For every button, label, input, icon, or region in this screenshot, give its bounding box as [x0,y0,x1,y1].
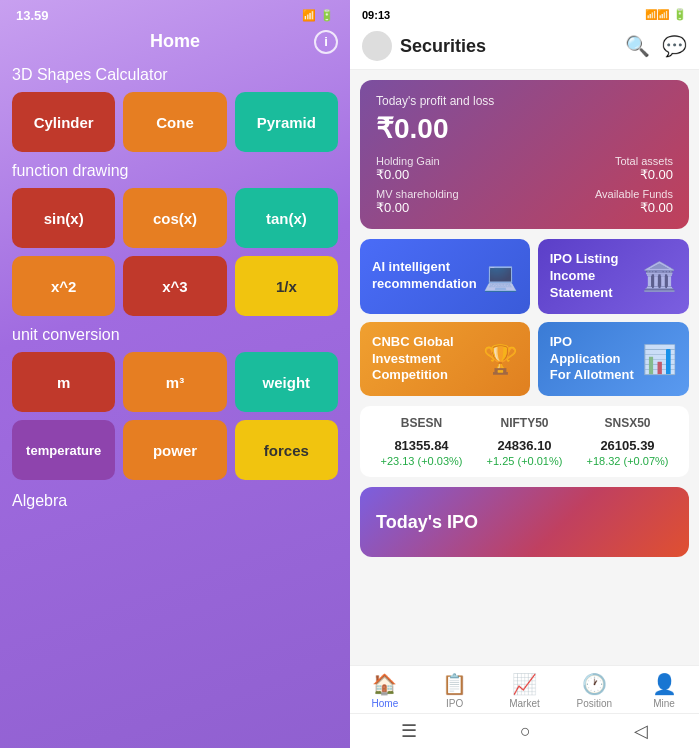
ipo-listing-card[interactable]: IPO Listing Income Statement 🏛️ [538,239,689,314]
profit-label: Today's profit and loss [376,94,673,108]
section-function-label: function drawing [12,162,338,180]
sinx-button[interactable]: sin(x) [12,188,115,248]
right-time: 09:13 [362,9,390,21]
market-value-1: 24836.10 [473,436,576,455]
right-battery-icon: 🔋 [673,8,687,21]
info-icon[interactable]: i [314,30,338,54]
left-status-bar: 13.59 📶 🔋 [12,0,338,27]
m-button[interactable]: m [12,352,115,412]
holding-gain-label: Holding Gain [376,155,522,167]
header-left: Securities [362,31,486,61]
available-value: ₹0.00 [528,200,674,215]
mv-label: MV shareholding [376,188,522,200]
total-assets-label: Total assets [528,155,674,167]
market-nav-label: Market [509,698,540,709]
right-phone: 09:13 📶📶 🔋 Securities 🔍 💬 Today's profit… [350,0,699,748]
left-header-title: Home [150,31,200,52]
home-nav-label: Home [372,698,399,709]
market-value-0: 81355.84 [370,436,473,455]
profit-card: Today's profit and loss ₹0.00 Holding Ga… [360,80,689,229]
section-3d-grid: Cylinder Cone Pyramid [12,92,338,152]
left-header: Home i [12,27,338,60]
holding-gain-value: ₹0.00 [376,167,522,182]
algebra-label: Algebra [12,492,338,510]
market-value-2: 26105.39 [576,436,679,455]
market-change-1: +1.25 (+0.01%) [473,455,576,467]
header-action-icons: 🔍 💬 [625,34,687,58]
nav-home[interactable]: 🏠 Home [350,672,420,709]
available-block: Available Funds ₹0.00 [528,188,674,215]
home-nav-icon: 🏠 [372,672,397,696]
position-nav-icon: 🕐 [582,672,607,696]
market-table: BSESN NIFTY50 SNSX50 81355.84 24836.10 2… [360,406,689,477]
section-unit-grid: m m³ weight temperature power forces [12,352,338,480]
back-android-icon[interactable]: ◁ [634,720,648,742]
section-unit-label: unit conversion [12,326,338,344]
ipo-title: Today's IPO [376,512,478,533]
ipo-allotment-icon: 📊 [642,343,677,376]
right-header: Securities 🔍 💬 [350,25,699,70]
home-android-icon[interactable]: ○ [520,721,531,742]
cone-button[interactable]: Cone [123,92,226,152]
ipo-allotment-text: IPO Application For Allotment [550,334,636,385]
bottom-nav: 🏠 Home 📋 IPO 📈 Market 🕐 Position 👤 Mine [350,665,699,713]
1x-button[interactable]: 1/x [235,256,338,316]
ai-recommendation-card[interactable]: AI intelligent recommendation 💻 [360,239,530,314]
ipo-card[interactable]: Today's IPO [360,487,689,557]
search-icon[interactable]: 🔍 [625,34,650,58]
android-nav-bar: ☰ ○ ◁ [350,713,699,748]
weight-button[interactable]: weight [235,352,338,412]
battery-icon: 🔋 [320,9,334,22]
market-change-0: +23.13 (+0.03%) [370,455,473,467]
forces-button[interactable]: forces [235,420,338,480]
cnbc-card[interactable]: CNBC Global Investment Competition 🏆 [360,322,530,397]
market-header-row: BSESN NIFTY50 SNSX50 [370,416,679,436]
section-3d-label: 3D Shapes Calculator [12,66,338,84]
nav-position[interactable]: 🕐 Position [559,672,629,709]
menu-android-icon[interactable]: ☰ [401,720,417,742]
wifi-icon: 📶 [302,9,316,22]
holding-gain-block: Holding Gain ₹0.00 [376,155,522,182]
mine-nav-label: Mine [653,698,675,709]
profit-details: Holding Gain ₹0.00 Total assets ₹0.00 MV… [376,155,673,215]
x3-button[interactable]: x^3 [123,256,226,316]
signal-icon: 📶📶 [645,9,669,20]
cylinder-button[interactable]: Cylinder [12,92,115,152]
total-assets-block: Total assets ₹0.00 [528,155,674,182]
profit-amount: ₹0.00 [376,112,673,145]
right-header-title: Securities [400,36,486,57]
nav-mine[interactable]: 👤 Mine [629,672,699,709]
market-header-0: BSESN [370,416,473,436]
nav-market[interactable]: 📈 Market [490,672,560,709]
market-change-row: +23.13 (+0.03%) +1.25 (+0.01%) +18.32 (+… [370,455,679,467]
feature-grid: AI intelligent recommendation 💻 IPO List… [360,239,689,396]
market-header-1: NIFTY50 [473,416,576,436]
market-nav-icon: 📈 [512,672,537,696]
cnbc-card-icon: 🏆 [483,343,518,376]
nav-ipo[interactable]: 📋 IPO [420,672,490,709]
power-button[interactable]: power [123,420,226,480]
ai-card-icon: 💻 [483,260,518,293]
cosx-button[interactable]: cos(x) [123,188,226,248]
ipo-allotment-card[interactable]: IPO Application For Allotment 📊 [538,322,689,397]
avatar [362,31,392,61]
section-function-grid: sin(x) cos(x) tan(x) x^2 x^3 1/x [12,188,338,316]
m3-button[interactable]: m³ [123,352,226,412]
ipo-nav-icon: 📋 [442,672,467,696]
left-phone: 13.59 📶 🔋 Home i 3D Shapes Calculator Cy… [0,0,350,748]
pyramid-button[interactable]: Pyramid [235,92,338,152]
ipo-listing-icon: 🏛️ [642,260,677,293]
right-content: Today's profit and loss ₹0.00 Holding Ga… [350,70,699,665]
ipo-listing-text: IPO Listing Income Statement [550,251,636,302]
left-time: 13.59 [16,8,49,23]
ipo-nav-label: IPO [446,698,463,709]
tanx-button[interactable]: tan(x) [235,188,338,248]
cnbc-card-text: CNBC Global Investment Competition [372,334,477,385]
temperature-button[interactable]: temperature [12,420,115,480]
x2-button[interactable]: x^2 [12,256,115,316]
ai-card-text: AI intelligent recommendation [372,259,477,293]
market-change-2: +18.32 (+0.07%) [576,455,679,467]
message-icon[interactable]: 💬 [662,34,687,58]
available-label: Available Funds [528,188,674,200]
mv-block: MV shareholding ₹0.00 [376,188,522,215]
